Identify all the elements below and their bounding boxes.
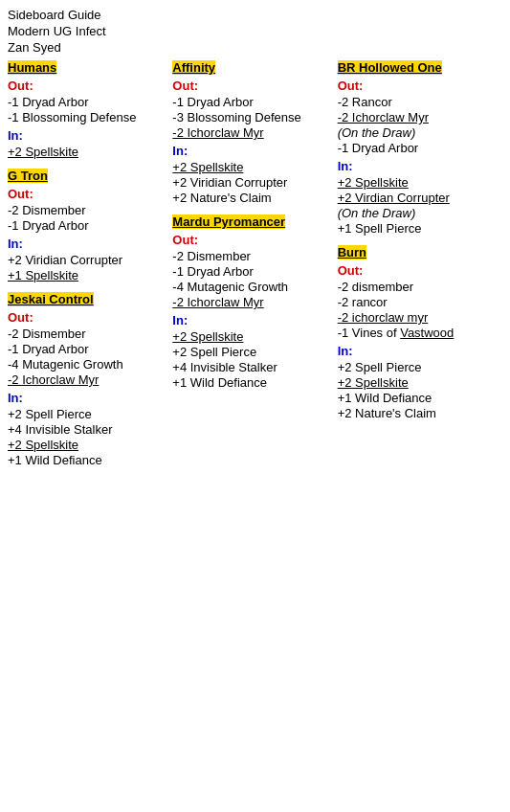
- list-item: +2 Spellskite: [338, 175, 495, 190]
- in-label-jeskai: In:: [8, 391, 165, 405]
- list-item: +2 Virdian Corrupter: [338, 191, 495, 205]
- section-title-affinity: Affinity: [172, 60, 329, 75]
- list-item: (On the Draw): [338, 206, 495, 220]
- list-item: +2 Spellskite: [8, 145, 165, 159]
- page-header: Sideboard Guide Modern UG Infect Zan Sye…: [8, 8, 502, 55]
- in-label-gtron: In:: [8, 237, 165, 251]
- list-item: -2 ichorclaw myr: [338, 310, 495, 325]
- list-item: +2 Spellskite: [338, 375, 495, 390]
- in-label-mardu: In:: [172, 313, 329, 327]
- list-item: -2 Dismember: [8, 203, 165, 217]
- list-item: -1 Dryad Arbor: [172, 264, 329, 279]
- header-title: Sideboard Guide: [8, 8, 502, 22]
- out-label-humans: Out:: [8, 79, 165, 93]
- list-item: +1 Spellskite: [8, 268, 165, 282]
- list-item: +2 Spell Pierce: [8, 407, 165, 421]
- section-title-jeskai: Jeskai Control: [8, 292, 165, 306]
- section-title-br: BR Hollowed One: [338, 60, 495, 75]
- in-label-affinity: In:: [172, 144, 329, 158]
- list-item: +1 Wild Defiance: [8, 453, 165, 467]
- in-label-br: In:: [338, 159, 495, 173]
- list-item: -4 Mutagenic Growth: [8, 357, 165, 372]
- list-item: -1 Dryad Arbor: [8, 342, 165, 356]
- list-item: -2 Ichorclaw Myr: [172, 295, 329, 309]
- section-jeskai: Jeskai Control Out: -2 Dismember -1 Drya…: [8, 292, 165, 467]
- out-label-gtron: Out:: [8, 187, 165, 201]
- column-3: BR Hollowed One Out: -2 Rancor -2 Ichorc…: [338, 60, 502, 430]
- list-item: -2 rancor: [338, 295, 495, 309]
- in-label-humans: In:: [8, 128, 165, 143]
- list-item: +2 Spellskite: [8, 438, 165, 452]
- columns-container: Humans Out: -1 Dryad Arbor -1 Blossoming…: [8, 60, 502, 477]
- column-1: Humans Out: -1 Dryad Arbor -1 Blossoming…: [8, 60, 172, 477]
- section-br-hollowed: BR Hollowed One Out: -2 Rancor -2 Ichorc…: [338, 60, 495, 236]
- header-subtitle: Modern UG Infect: [8, 24, 502, 38]
- section-humans: Humans Out: -1 Dryad Arbor -1 Blossoming…: [8, 60, 165, 159]
- list-item: -1 Blossoming Defense: [8, 110, 165, 124]
- column-2: Affinity Out: -1 Dryad Arbor -3 Blossomi…: [172, 60, 337, 399]
- list-item: -2 Ichorclaw Myr: [338, 110, 495, 124]
- list-item: +1 Wild Defiance: [338, 391, 495, 405]
- out-label-jeskai: Out:: [8, 310, 165, 325]
- section-title-humans: Humans: [8, 60, 165, 75]
- list-item: -2 Ichorclaw Myr: [8, 372, 165, 387]
- section-gtron: G Tron Out: -2 Dismember -1 Dryad Arbor …: [8, 169, 165, 282]
- section-title-gtron: G Tron: [8, 169, 165, 183]
- list-item: +2 Nature's Claim: [338, 406, 495, 420]
- list-item: -2 dismember: [338, 280, 495, 294]
- list-item: -2 Dismember: [8, 327, 165, 341]
- section-title-mardu: Mardu Pyromancer: [172, 214, 329, 229]
- list-item: -2 Dismember: [172, 249, 329, 263]
- list-item: +2 Spellskite: [172, 160, 329, 174]
- out-label-burn: Out:: [338, 263, 495, 278]
- section-mardu: Mardu Pyromancer Out: -2 Dismember -1 Dr…: [172, 214, 329, 390]
- list-item: (On the Draw): [338, 125, 495, 140]
- section-burn: Burn Out: -2 dismember -2 rancor -2 icho…: [338, 245, 495, 420]
- list-item: +4 Invisible Stalker: [8, 422, 165, 437]
- list-item: +4 Invisible Stalker: [172, 360, 329, 374]
- list-item: +2 Viridian Corrupter: [172, 175, 329, 190]
- list-item: -1 Dryad Arbor: [8, 95, 165, 109]
- out-label-mardu: Out:: [172, 233, 329, 247]
- list-item: -2 Ichorclaw Myr: [172, 125, 329, 140]
- header-author: Zan Syed: [8, 40, 502, 55]
- list-item: +1 Wild Defiance: [172, 375, 329, 390]
- section-title-burn: Burn: [338, 245, 495, 259]
- list-item: +2 Viridian Corrupter: [8, 253, 165, 267]
- list-item: -2 Rancor: [338, 95, 495, 109]
- list-item: -1 Dryad Arbor: [8, 218, 165, 233]
- out-label-br: Out:: [338, 79, 495, 93]
- out-label-affinity: Out:: [172, 79, 329, 93]
- list-item: +2 Spell Pierce: [338, 360, 495, 374]
- list-item: -1 Dryad Arbor: [338, 141, 495, 155]
- list-item: +1 Spell Pierce: [338, 221, 495, 236]
- list-item: +2 Spellskite: [172, 329, 329, 344]
- list-item: +2 Nature's Claim: [172, 191, 329, 205]
- list-item: -1 Vines of Vastwood: [338, 326, 495, 340]
- section-affinity: Affinity Out: -1 Dryad Arbor -3 Blossomi…: [172, 60, 329, 205]
- list-item: +2 Spell Pierce: [172, 345, 329, 359]
- list-item: -4 Mutagenic Growth: [172, 280, 329, 294]
- list-item: -3 Blossoming Defense: [172, 110, 329, 124]
- in-label-burn: In:: [338, 344, 495, 358]
- list-item: -1 Dryad Arbor: [172, 95, 329, 109]
